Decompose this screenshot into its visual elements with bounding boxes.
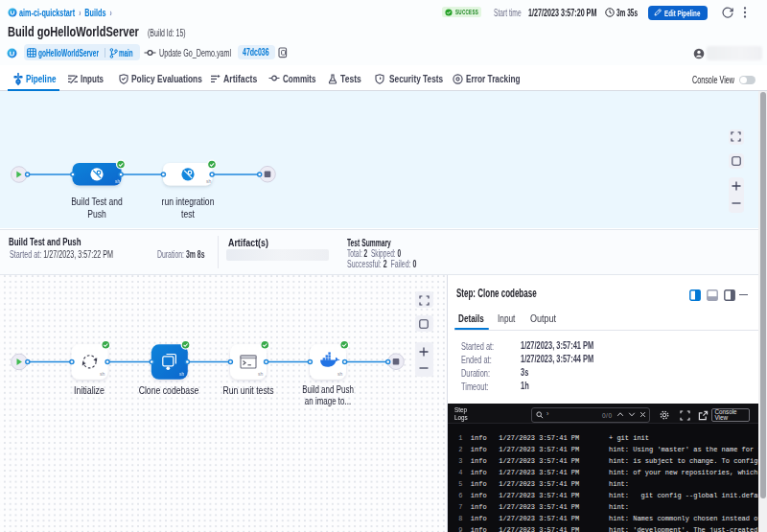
svg-text:sh: sh: [179, 371, 185, 377]
svg-text:sh: sh: [258, 371, 264, 377]
svg-text:sh: sh: [337, 371, 343, 377]
svg-text:sh: sh: [115, 178, 121, 184]
svg-text:sh: sh: [206, 178, 212, 184]
svg-text:sh: sh: [100, 371, 105, 377]
